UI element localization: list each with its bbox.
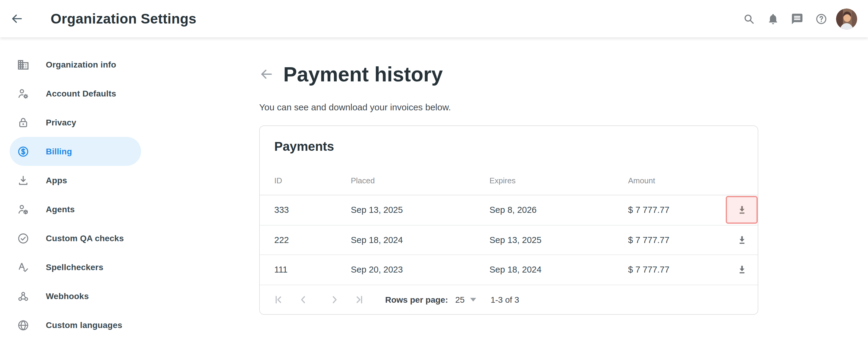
arrow-left-icon (10, 12, 24, 25)
caret-down-icon (470, 298, 476, 301)
table-row: 222 Sep 18, 2024 Sep 13, 2025 $ 7 777.77 (260, 225, 758, 255)
sidebar-item-label: Agents (46, 205, 75, 214)
download-invoice-button[interactable] (726, 256, 758, 284)
cell-placed: Sep 13, 2025 (351, 205, 490, 215)
search-button[interactable] (743, 12, 755, 25)
cell-expires: Sep 18, 2024 (490, 265, 628, 275)
building-icon (17, 58, 30, 71)
check-circle-icon (17, 232, 30, 245)
first-page-button[interactable] (273, 293, 285, 305)
page-title: Payment history (283, 62, 443, 86)
pagination-range: 1-3 of 3 (491, 294, 519, 304)
table-header-row: ID Placed Expires Amount (260, 174, 758, 195)
column-header-placed: Placed (351, 174, 490, 185)
bell-icon (767, 12, 779, 25)
settings-sidebar: Organization info Account Defaults Priva… (0, 37, 169, 340)
chevron-right-icon (329, 293, 341, 305)
sidebar-item-privacy[interactable]: Privacy (10, 108, 141, 137)
sidebar-item-label: Spellcheckers (46, 262, 103, 272)
chat-icon (791, 12, 804, 25)
rows-per-page-value: 25 (456, 294, 465, 304)
sidebar-item-webhooks[interactable]: Webhooks (10, 282, 141, 311)
help-icon (815, 12, 828, 25)
person-cube-icon (17, 203, 30, 216)
cell-id: 333 (274, 205, 351, 215)
avatar[interactable] (836, 8, 857, 29)
chevron-left-icon (297, 293, 309, 305)
cell-actions (726, 225, 758, 254)
first-page-icon (273, 293, 285, 305)
table-row: 111 Sep 20, 2023 Sep 18, 2024 $ 7 777.77 (260, 255, 758, 285)
sidebar-item-label: Custom QA checks (46, 233, 124, 243)
back-button[interactable] (10, 12, 24, 25)
dollar-circle-icon (17, 145, 30, 158)
column-header-id: ID (274, 174, 351, 185)
cell-id: 111 (274, 265, 351, 275)
cell-actions (726, 195, 758, 225)
sidebar-item-label: Organization info (46, 60, 116, 69)
main-content: Payment history You can see and download… (259, 37, 760, 344)
sidebar-item-label: Custom languages (46, 320, 122, 330)
sidebar-item-label: Billing (46, 147, 72, 156)
globe-icon (17, 319, 30, 331)
chat-button[interactable] (791, 12, 804, 25)
page-back-button[interactable] (259, 67, 274, 82)
notifications-button[interactable] (767, 12, 779, 25)
column-header-actions (726, 174, 758, 176)
search-icon (743, 12, 755, 25)
download-icon (736, 264, 748, 276)
spellcheck-icon (17, 261, 30, 274)
cell-placed: Sep 18, 2024 (351, 235, 490, 245)
sidebar-item-apps[interactable]: Apps (10, 166, 141, 195)
sidebar-item-spellcheckers[interactable]: Spellcheckers (10, 253, 141, 282)
table-row: 333 Sep 13, 2025 Sep 8, 2026 $ 7 777.77 (260, 195, 758, 225)
column-header-amount: Amount (628, 174, 726, 185)
download-tray-icon (17, 174, 30, 187)
sidebar-item-custom-languages[interactable]: Custom languages (10, 311, 141, 340)
next-page-button[interactable] (329, 293, 341, 305)
lock-icon (17, 116, 30, 129)
rows-per-page-label: Rows per page: (385, 294, 448, 304)
arrow-left-icon (259, 67, 274, 82)
sidebar-item-label: Apps (46, 176, 67, 185)
cell-expires: Sep 13, 2025 (490, 235, 628, 245)
cell-actions (726, 255, 758, 284)
previous-page-button[interactable] (297, 293, 309, 305)
cell-amount: $ 7 777.77 (628, 205, 726, 215)
column-header-expires: Expires (490, 174, 628, 185)
help-button[interactable] (815, 12, 828, 25)
download-icon (736, 204, 748, 216)
sidebar-item-agents[interactable]: Agents (10, 195, 141, 224)
card-title: Payments (274, 139, 334, 154)
top-bar-actions (731, 8, 868, 29)
download-invoice-button[interactable] (726, 196, 758, 224)
table-body: 333 Sep 13, 2025 Sep 8, 2026 $ 7 777.77 … (260, 195, 758, 285)
cell-id: 222 (274, 235, 351, 245)
organization-settings-page: Organization Settings (0, 0, 868, 344)
table-pagination: Rows per page: 25 1-3 of 3 (260, 285, 758, 314)
webhook-icon (17, 290, 30, 303)
app-title: Organization Settings (51, 10, 196, 27)
sidebar-item-custom-qa-checks[interactable]: Custom QA checks (10, 224, 141, 253)
cell-amount: $ 7 777.77 (628, 235, 726, 245)
last-page-icon (352, 293, 365, 305)
top-bar: Organization Settings (0, 0, 868, 37)
page-header: Payment history (259, 61, 443, 88)
payments-card: Payments ID Placed Expires Amount 333 Se… (259, 125, 758, 315)
download-invoice-button[interactable] (726, 226, 758, 254)
cell-expires: Sep 8, 2026 (490, 205, 628, 215)
download-icon (736, 234, 748, 246)
sidebar-item-label: Webhooks (46, 291, 89, 301)
sidebar-item-label: Account Defaults (46, 89, 116, 98)
sidebar-item-billing[interactable]: Billing (10, 137, 141, 166)
rows-per-page-select[interactable]: 25 (456, 294, 476, 304)
cell-amount: $ 7 777.77 (628, 265, 726, 275)
page-subtitle: You can see and download your invoices b… (259, 101, 451, 113)
sidebar-item-label: Privacy (46, 118, 76, 127)
sidebar-item-organization-info[interactable]: Organization info (10, 50, 141, 79)
person-gear-icon (17, 87, 30, 100)
sidebar-item-account-defaults[interactable]: Account Defaults (10, 79, 141, 108)
last-page-button[interactable] (352, 293, 365, 305)
avatar-photo (836, 8, 857, 29)
cell-placed: Sep 20, 2023 (351, 265, 490, 275)
